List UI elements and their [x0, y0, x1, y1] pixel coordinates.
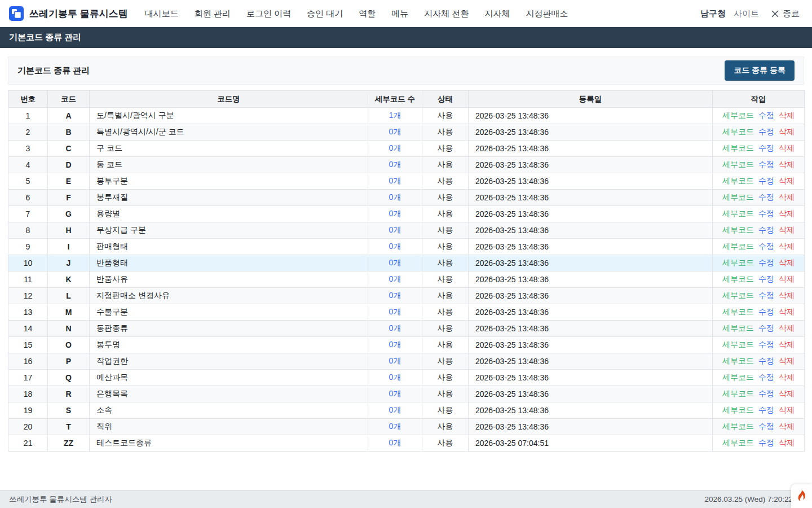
edit-link[interactable]: 수정: [758, 143, 774, 152]
detail-code-link[interactable]: 세부코드: [722, 209, 754, 218]
detail-count-link[interactable]: 0개: [389, 356, 401, 365]
edit-link[interactable]: 수정: [758, 242, 774, 251]
detail-code-link[interactable]: 세부코드: [722, 340, 754, 349]
detail-code-link[interactable]: 세부코드: [722, 438, 754, 447]
detail-code-link[interactable]: 세부코드: [722, 274, 754, 283]
detail-code-link[interactable]: 세부코드: [722, 160, 754, 169]
detail-count-link[interactable]: 0개: [389, 291, 401, 300]
delete-link[interactable]: 삭제: [779, 258, 795, 267]
detail-count-link[interactable]: 0개: [389, 307, 401, 316]
delete-link[interactable]: 삭제: [779, 389, 795, 398]
detail-code-link[interactable]: 세부코드: [722, 307, 754, 316]
detail-count-link[interactable]: 0개: [389, 225, 401, 234]
edit-link[interactable]: 수정: [758, 111, 774, 120]
delete-link[interactable]: 삭제: [779, 111, 795, 120]
delete-link[interactable]: 삭제: [779, 323, 795, 332]
detail-count-link[interactable]: 0개: [389, 192, 401, 202]
edit-link[interactable]: 수정: [758, 438, 774, 447]
detail-code-link[interactable]: 세부코드: [722, 356, 754, 365]
delete-link[interactable]: 삭제: [779, 242, 795, 251]
edit-link[interactable]: 수정: [758, 373, 774, 382]
edit-link[interactable]: 수정: [758, 307, 774, 316]
nav-item[interactable]: 지정판매소: [526, 8, 568, 19]
delete-link[interactable]: 삭제: [779, 438, 795, 447]
edit-link[interactable]: 수정: [758, 323, 774, 332]
edit-link[interactable]: 수정: [758, 258, 774, 267]
delete-link[interactable]: 삭제: [779, 422, 795, 431]
nav-item[interactable]: 대시보드: [145, 8, 179, 19]
nav-item[interactable]: 회원 관리: [195, 8, 231, 19]
delete-link[interactable]: 삭제: [779, 373, 795, 382]
delete-link[interactable]: 삭제: [779, 274, 795, 283]
edit-link[interactable]: 수정: [758, 209, 774, 218]
cell-code: D: [48, 157, 90, 173]
delete-link[interactable]: 삭제: [779, 160, 795, 169]
delete-link[interactable]: 삭제: [779, 291, 795, 300]
edit-link[interactable]: 수정: [758, 291, 774, 300]
detail-code-link[interactable]: 세부코드: [722, 323, 754, 332]
detail-code-link[interactable]: 세부코드: [722, 373, 754, 382]
nav-item[interactable]: 지자체: [484, 8, 510, 19]
edit-link[interactable]: 수정: [758, 389, 774, 398]
detail-count-link[interactable]: 0개: [389, 438, 401, 447]
register-code-type-button[interactable]: 코드 종류 등록: [725, 60, 795, 81]
detail-code-link[interactable]: 세부코드: [722, 291, 754, 300]
detail-count-link[interactable]: 0개: [389, 340, 401, 349]
edit-link[interactable]: 수정: [758, 356, 774, 365]
detail-code-link[interactable]: 세부코드: [722, 192, 754, 202]
edit-link[interactable]: 수정: [758, 225, 774, 234]
delete-link[interactable]: 삭제: [779, 143, 795, 152]
delete-link[interactable]: 삭제: [779, 340, 795, 349]
detail-count-link[interactable]: 0개: [389, 389, 401, 398]
detail-code-link[interactable]: 세부코드: [722, 258, 754, 267]
detail-count-link[interactable]: 0개: [389, 422, 401, 431]
detail-code-link[interactable]: 세부코드: [722, 422, 754, 431]
detail-count-link[interactable]: 0개: [389, 160, 401, 169]
edit-link[interactable]: 수정: [758, 422, 774, 431]
detail-count-link[interactable]: 0개: [389, 242, 401, 251]
nav-item[interactable]: 메뉴: [391, 8, 408, 19]
delete-link[interactable]: 삭제: [779, 209, 795, 218]
detail-code-link[interactable]: 세부코드: [722, 389, 754, 398]
edit-link[interactable]: 수정: [758, 176, 774, 185]
detail-count-link[interactable]: 0개: [389, 176, 401, 185]
edit-link[interactable]: 수정: [758, 274, 774, 283]
detail-count-link[interactable]: 0개: [389, 323, 401, 332]
delete-link[interactable]: 삭제: [779, 176, 795, 185]
edit-link[interactable]: 수정: [758, 192, 774, 202]
nav-item[interactable]: 역할: [359, 8, 376, 19]
detail-count-link[interactable]: 0개: [389, 209, 401, 218]
detail-count-link[interactable]: 1개: [389, 111, 401, 120]
detail-count-link[interactable]: 0개: [389, 274, 401, 283]
detail-count-link[interactable]: 0개: [389, 143, 401, 152]
nav-item[interactable]: 승인 대기: [307, 8, 343, 19]
site-link[interactable]: 사이트: [734, 8, 759, 19]
detail-code-link[interactable]: 세부코드: [722, 176, 754, 185]
detail-count-link[interactable]: 0개: [389, 405, 401, 414]
edit-link[interactable]: 수정: [758, 340, 774, 349]
nav-item[interactable]: 지자체 전환: [424, 8, 469, 19]
delete-link[interactable]: 삭제: [779, 225, 795, 234]
detail-count-link[interactable]: 0개: [389, 373, 401, 382]
exit-button[interactable]: 종료: [771, 8, 800, 19]
edit-link[interactable]: 수정: [758, 160, 774, 169]
delete-link[interactable]: 삭제: [779, 307, 795, 316]
edit-link[interactable]: 수정: [758, 127, 774, 136]
detail-code-link[interactable]: 세부코드: [722, 242, 754, 251]
nav-item[interactable]: 로그인 이력: [246, 8, 291, 19]
detail-count-link[interactable]: 0개: [389, 258, 401, 267]
framework-badge[interactable]: [791, 484, 812, 508]
delete-link[interactable]: 삭제: [779, 356, 795, 365]
detail-count-link[interactable]: 0개: [389, 127, 401, 136]
edit-link[interactable]: 수정: [758, 405, 774, 414]
exit-label: 종료: [783, 8, 800, 19]
delete-link[interactable]: 삭제: [779, 405, 795, 414]
delete-link[interactable]: 삭제: [779, 127, 795, 136]
detail-code-link[interactable]: 세부코드: [722, 143, 754, 152]
detail-code-link[interactable]: 세부코드: [722, 111, 754, 120]
delete-link[interactable]: 삭제: [779, 192, 795, 202]
detail-code-link[interactable]: 세부코드: [722, 225, 754, 234]
brand[interactable]: 쓰레기봉투 물류시스템: [9, 6, 128, 21]
detail-code-link[interactable]: 세부코드: [722, 127, 754, 136]
detail-code-link[interactable]: 세부코드: [722, 405, 754, 414]
